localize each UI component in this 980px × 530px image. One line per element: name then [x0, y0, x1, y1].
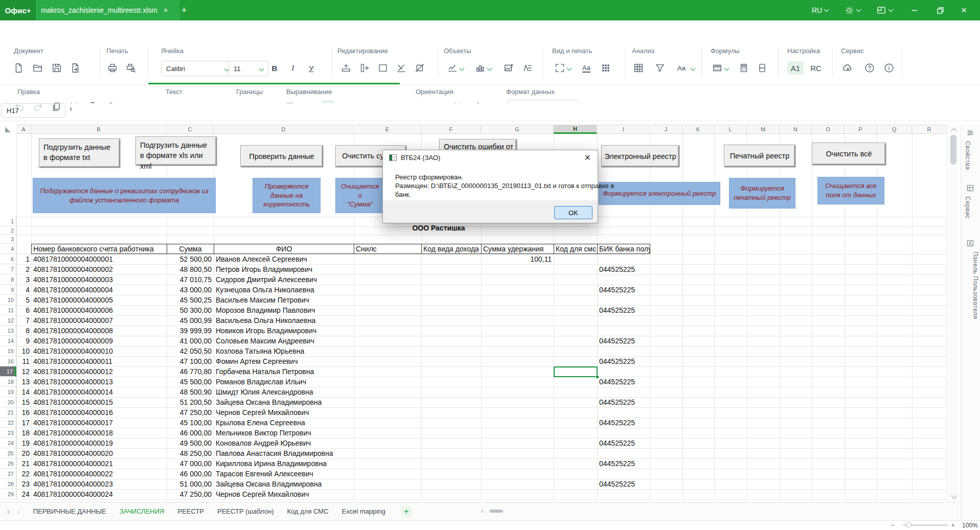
row-header-23[interactable]: 23: [0, 428, 16, 438]
calculate-button[interactable]: [737, 61, 750, 75]
app-menu-button[interactable]: Офис+: [0, 0, 36, 20]
cell-index[interactable]: 24: [16, 489, 30, 499]
insert-column-button[interactable]: [358, 61, 371, 75]
cell-sum[interactable]: 50 300,00: [169, 305, 212, 315]
cell-index[interactable]: 18: [16, 428, 30, 438]
cell-fio[interactable]: Фомин Артем Сергеевич: [216, 356, 352, 366]
cell-index[interactable]: 1: [16, 254, 30, 264]
cell-account[interactable]: 40817810000004000009: [33, 336, 164, 346]
language-selector[interactable]: RU: [812, 0, 828, 20]
cloud-sync-button[interactable]: [841, 61, 854, 75]
cell-sum[interactable]: 46 000,00: [169, 469, 212, 479]
cell-account[interactable]: 40817810000004000013: [33, 377, 164, 387]
column-header-N[interactable]: N: [780, 125, 812, 134]
add-sheet-button[interactable]: +: [401, 506, 412, 517]
cell-index[interactable]: 8: [16, 326, 30, 336]
cell-account[interactable]: 40817810000004000018: [33, 428, 164, 438]
fullscreen-button[interactable]: [553, 61, 566, 75]
cell-fio[interactable]: Горбачева Наталья Петровна: [216, 366, 352, 377]
properties-icon[interactable]: [966, 129, 974, 137]
side-panel-user[interactable]: Панель Пользователя: [962, 251, 979, 364]
column-header-P[interactable]: P: [845, 125, 877, 134]
cell-fio[interactable]: Коновалов Андрей Юрьевич: [216, 438, 352, 448]
row-header-28[interactable]: 28: [0, 479, 16, 489]
column-header-H[interactable]: H: [554, 125, 597, 134]
table-header-bik[interactable]: БИК банка получателя: [597, 244, 650, 254]
cell-account[interactable]: 40817810000004000014: [33, 387, 164, 397]
cell-fio[interactable]: Крылова Елена Сергеевна: [216, 418, 352, 428]
row-header-19[interactable]: 19: [0, 387, 16, 397]
column-header-I[interactable]: I: [597, 125, 650, 134]
column-header-D[interactable]: D: [214, 125, 354, 134]
cell-account[interactable]: 40817810000004000017: [33, 418, 164, 428]
cell-account[interactable]: 40817810000004000005: [33, 295, 164, 305]
cell-sum[interactable]: 46 000,00: [169, 428, 212, 438]
new-tab-button[interactable]: +: [178, 4, 190, 16]
cell-bik[interactable]: 044525225: [599, 397, 648, 407]
row-header-24[interactable]: 24: [0, 438, 16, 448]
cell-sum[interactable]: 45 100,00: [169, 418, 212, 428]
row-header-11[interactable]: 11: [0, 305, 16, 315]
table-header-income-code[interactable]: Код вида дохода: [421, 244, 482, 254]
table-header-sum[interactable]: Сумма: [167, 244, 214, 254]
cell-sum[interactable]: 43 000,00: [169, 285, 212, 295]
clear-all-button[interactable]: Очистить всё: [812, 143, 886, 165]
merge-cells-button[interactable]: [376, 61, 390, 75]
cell-bik[interactable]: 044525225: [599, 377, 648, 387]
chevron-down-icon[interactable]: [487, 66, 492, 71]
cell-account[interactable]: 40817810000004000020: [33, 448, 164, 458]
row-header-29[interactable]: 29: [0, 489, 16, 499]
table-header-snils[interactable]: Снилс: [354, 244, 422, 254]
cell-fio[interactable]: Новиков Игорь Владимирович: [216, 326, 352, 336]
sheet-tab-Код для СМС[interactable]: Код для СМС: [287, 508, 329, 515]
save-as-button[interactable]: [69, 61, 82, 75]
row-header-14[interactable]: 14: [0, 336, 16, 346]
chevron-down-icon[interactable]: [460, 66, 465, 71]
load-xls-button[interactable]: Подгрузить данные в формате xls или xml: [135, 136, 217, 166]
row-header-21[interactable]: 21: [0, 407, 16, 418]
cell-index[interactable]: 20: [16, 448, 30, 458]
insert-row-button[interactable]: [339, 61, 353, 75]
column-header-R[interactable]: R: [912, 125, 947, 134]
select-all-corner[interactable]: [5, 127, 11, 132]
cell-index[interactable]: 3: [16, 274, 30, 285]
cell-index[interactable]: 12: [16, 366, 30, 377]
cell-account[interactable]: 40817810000004000010: [33, 346, 164, 356]
insert-image-button[interactable]: [502, 61, 515, 75]
row-header-18[interactable]: 18: [0, 377, 16, 387]
row-header-3[interactable]: 3: [0, 235, 16, 244]
chevron-down-icon[interactable]: [691, 66, 696, 71]
row-header-2[interactable]: 2: [0, 226, 16, 235]
check-data-button[interactable]: Проверить данные: [240, 145, 323, 167]
cell-index[interactable]: 11: [16, 356, 30, 366]
close-window-button[interactable]: ×: [961, 0, 967, 20]
dialog-title-bar[interactable]: ВТБ24 (ЗАО) ✕: [383, 150, 598, 165]
cell-account[interactable]: 40817810000004000008: [33, 326, 164, 336]
selection-fill-handle[interactable]: [596, 375, 599, 379]
tabs-scroll-left-icon[interactable]: ‹: [7, 507, 10, 516]
row-header-1[interactable]: 1: [0, 217, 16, 226]
column-header-E[interactable]: E: [354, 125, 421, 134]
cell-fio[interactable]: Зайцева Оксана Владимировна: [216, 479, 352, 489]
side-panel-service[interactable]: Сервис: [964, 196, 971, 219]
horizontal-scrollbar-thumb[interactable]: [490, 510, 503, 513]
cell-index[interactable]: 10: [16, 346, 30, 356]
row-header-10[interactable]: 10: [0, 295, 16, 305]
cell-fio[interactable]: Зайцева Оксана Владимировна: [216, 397, 352, 407]
cell-index[interactable]: 14: [16, 387, 30, 397]
cell-sum[interactable]: 48 250,00: [169, 448, 212, 458]
cell-fio[interactable]: Соловьев Максим Андреевич: [216, 336, 352, 346]
service-panel-icon[interactable]: [966, 184, 974, 192]
vertical-scrollbar[interactable]: [949, 125, 958, 501]
cell-sum[interactable]: 48 500,90: [169, 387, 212, 397]
selected-cell-H17[interactable]: [554, 366, 598, 377]
cell-sum[interactable]: 52 500,00: [169, 254, 212, 264]
row-header-9[interactable]: 9: [0, 285, 16, 295]
cell-fio[interactable]: Мельников Виктор Петрович: [216, 428, 352, 438]
formula-input[interactable]: [72, 103, 941, 118]
cell-fio[interactable]: Романов Владислав Ильич: [216, 377, 352, 387]
cell-index[interactable]: 13: [16, 377, 30, 387]
cell-sum[interactable]: 48 800,50: [169, 264, 212, 274]
cell-bik[interactable]: 044525225: [599, 356, 648, 366]
save-button[interactable]: [50, 61, 63, 75]
